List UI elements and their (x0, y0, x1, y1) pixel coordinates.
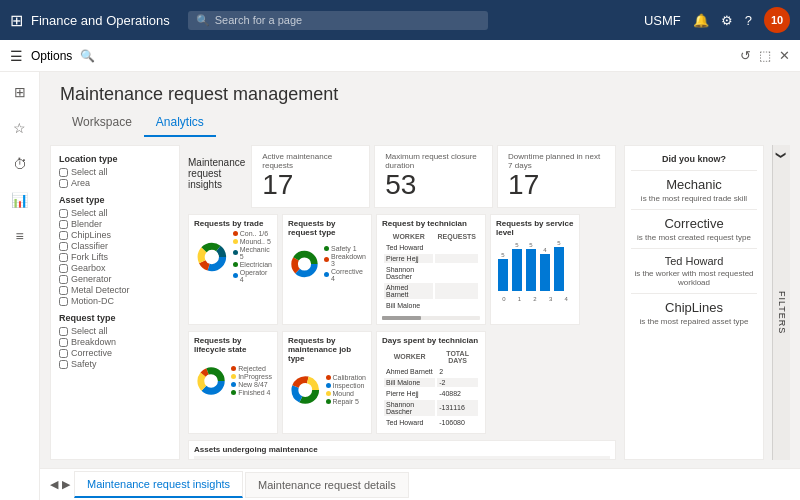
table-row: Bill Malone-2 (384, 378, 478, 387)
page-title: Maintenance request management (60, 84, 780, 105)
tab-scroll-right[interactable]: ▶ (62, 478, 70, 491)
tab-analytics[interactable]: Analytics (144, 109, 216, 137)
content-area: Location type Select all Area Asset type… (40, 137, 800, 468)
sidebar-chart-icon[interactable]: 📊 (7, 188, 32, 212)
filter-location-area[interactable]: Area (59, 178, 171, 188)
charts-row-2: Requests by lifecycle state Rejected InP… (188, 331, 616, 434)
svg-text:4: 4 (543, 247, 547, 253)
search-bar[interactable]: 🔍 (188, 11, 488, 30)
kpi-row: Active maintenance requests 17 Maximum r… (251, 145, 616, 208)
trade-donut-chart (194, 232, 230, 282)
insight-ted-howard: Ted Howard is the worker with most reque… (631, 248, 757, 287)
charts-row-1: Requests by trade Con.. 1/6 (188, 214, 616, 325)
insight-ted-main: Ted Howard (631, 255, 757, 267)
technician-scrollbar[interactable] (382, 316, 480, 320)
insight-corrective-main: Corrective (631, 216, 757, 231)
chart-by-lifecycle: Requests by lifecycle state Rejected InP… (188, 331, 278, 434)
dashboard: Maintenance request insights Active main… (188, 145, 616, 460)
close-icon[interactable]: ✕ (779, 48, 790, 63)
search-icon: 🔍 (196, 14, 210, 27)
lifecycle-donut-chart (194, 356, 228, 406)
chart-by-trade: Requests by trade Con.. 1/6 (188, 214, 278, 325)
insight-corrective-sub: is the most created request type (631, 233, 757, 242)
settings-icon[interactable]: ⚙ (721, 13, 733, 28)
assets-table-title: Assets undergoing maintenance (194, 445, 610, 454)
left-sidebar: ⊞ ☆ ⏱ 📊 ≡ (0, 72, 40, 500)
window-icon[interactable]: ⬚ (759, 48, 771, 63)
request-type-donut-chart (288, 239, 321, 289)
app-grid-icon[interactable]: ⊞ (10, 11, 23, 30)
sidebar-star-icon[interactable]: ☆ (9, 116, 30, 140)
job-type-donut-chart (288, 365, 323, 415)
insight-mechanic-sub: is the most required trade skill (631, 194, 757, 203)
search-small-icon[interactable]: 🔍 (80, 49, 95, 63)
table-row: Ahmed Barnett (384, 283, 478, 299)
insight-ted-sub: is the worker with most requested worklo… (631, 269, 757, 287)
asset-type-label: Asset type (59, 195, 171, 205)
insight-chiplines: ChipLines is the most repaired asset typ… (631, 293, 757, 326)
tab-workspace[interactable]: Workspace (60, 109, 144, 137)
svg-text:5: 5 (515, 242, 519, 248)
svg-rect-10 (526, 249, 536, 291)
options-nav-icons: ↺ ⬚ ✕ (740, 48, 790, 63)
bottom-tabs: ◀ ▶ Maintenance request insights Mainten… (40, 468, 800, 500)
table-row: Ahmed Barnett2 (384, 367, 478, 376)
did-you-know-label: Did you know? (631, 154, 757, 164)
kpi-section: Maintenance request insights Active main… (188, 145, 616, 208)
table-row: Shannon Dascher-131116 (384, 400, 478, 416)
main-layout: ⊞ ☆ ⏱ 📊 ≡ Maintenance request management… (0, 72, 800, 500)
bottom-tab-insights[interactable]: Maintenance request insights (74, 471, 243, 498)
top-navigation: ⊞ Finance and Operations 🔍 USMF 🔔 ⚙ ? 10 (0, 0, 800, 40)
kpi-active-requests: Active maintenance requests 17 (251, 145, 370, 208)
refresh-icon[interactable]: ↺ (740, 48, 751, 63)
chart-by-job-type: Requests by maintenance job type Calibra… (282, 331, 372, 434)
hamburger-icon[interactable]: ☰ (10, 48, 23, 64)
filter-panel: Location type Select all Area Asset type… (50, 145, 180, 460)
notification-icon[interactable]: 🔔 (693, 13, 709, 28)
company-label: USMF (644, 13, 681, 28)
insight-chiplines-main: ChipLines (631, 300, 757, 315)
sidebar-home-icon[interactable]: ⊞ (10, 80, 30, 104)
sidebar-recent-icon[interactable]: ⏱ (9, 152, 31, 176)
svg-text:5: 5 (557, 240, 561, 246)
table-row: Ted Howard-106080 (384, 418, 478, 427)
bottom-tab-details[interactable]: Maintenance request details (245, 472, 409, 498)
insight-mechanic: Mechanic is the most required trade skil… (631, 170, 757, 203)
chevron-left-icon: ❯ (776, 151, 787, 160)
user-avatar[interactable]: 10 (764, 7, 790, 33)
chart-days-by-technician: Days spent by technician WORKER TOTAL DA… (376, 331, 486, 434)
filter-location-select-all[interactable]: Select all (59, 167, 171, 177)
options-label: Options (31, 49, 72, 63)
assets-table-card: Assets undergoing maintenance REQUEST AS… (188, 440, 616, 460)
svg-rect-9 (512, 249, 522, 291)
filters-sidebar[interactable]: ❯ FILTERS (772, 145, 790, 460)
svg-rect-8 (498, 259, 508, 291)
app-title: Finance and Operations (31, 13, 170, 28)
location-type-label: Location type (59, 154, 171, 164)
insight-mechanic-main: Mechanic (631, 177, 757, 192)
svg-text:5: 5 (529, 242, 533, 248)
help-icon[interactable]: ? (745, 13, 752, 28)
table-row: Shannon Dascher (384, 265, 478, 281)
insights-title: Maintenance request insights (188, 145, 245, 190)
page-tabs: Workspace Analytics (40, 109, 800, 137)
table-row: Pierre Hejj (384, 254, 478, 263)
right-panel: Did you know? Mechanic is the most requi… (624, 145, 764, 460)
service-level-bar-chart: 5 5 5 4 5 (496, 239, 576, 294)
assets-table: REQUEST ASSET ASSET TYPE FAULTS WORKER A… (194, 456, 610, 460)
sidebar-menu-icon[interactable]: ≡ (11, 224, 27, 248)
tab-scroll-left[interactable]: ◀ (50, 478, 58, 491)
svg-text:5: 5 (501, 252, 505, 258)
request-type-label: Request type (59, 313, 171, 323)
days-technician-table: WORKER TOTAL DAYS Ahmed Barnett2 Bill Ma… (382, 347, 480, 429)
table-row: Ted Howard (384, 243, 478, 252)
svg-rect-12 (554, 247, 564, 291)
options-bar: ☰ Options 🔍 ↺ ⬚ ✕ (0, 40, 800, 72)
insight-chiplines-sub: is the most repaired asset type (631, 317, 757, 326)
technician-table: WORKER REQUESTS Ted Howard Pierre Hejj S… (382, 230, 480, 312)
page-header: Maintenance request management (40, 72, 800, 109)
kpi-closure-duration: Maximum request closure duration 53 (374, 145, 493, 208)
search-input[interactable] (215, 14, 480, 26)
insight-corrective: Corrective is the most created request t… (631, 209, 757, 242)
kpi-downtime: Downtime planned in next 7 days 17 (497, 145, 616, 208)
